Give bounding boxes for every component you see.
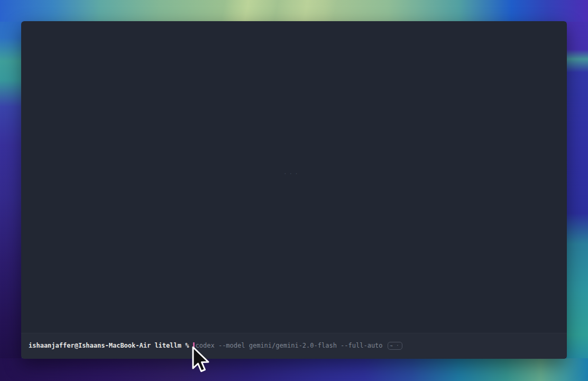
terminal-window[interactable]: ··· ishaanjaffer@Ishaans-MacBook-Air lit… [21, 21, 567, 359]
desktop: ··· ishaanjaffer@Ishaans-MacBook-Air lit… [0, 0, 588, 381]
shell-prompt[interactable]: ishaanjaffer@Ishaans-MacBook-Air litellm… [29, 342, 402, 350]
wallpaper-top-edge [0, 0, 588, 22]
prompt-symbol: % [185, 342, 189, 350]
text-caret [193, 342, 195, 349]
wallpaper-right-edge [566, 0, 588, 381]
terminal-output-area[interactable]: ··· [21, 21, 567, 333]
prompt-user-host: ishaanjaffer@Ishaans-MacBook-Air [29, 342, 151, 350]
wallpaper-bottom-edge [0, 358, 588, 381]
prompt-directory: litellm [154, 342, 181, 350]
command-suggestion-text: codex --model gemini/gemini-2.0-flash --… [196, 342, 383, 350]
command-input[interactable]: codex --model gemini/gemini-2.0-flash --… [193, 342, 383, 350]
wallpaper-left-edge [0, 0, 22, 381]
terminal-center-ellipsis: ··· [283, 170, 300, 177]
terminal-prompt-bar: ishaanjaffer@Ishaans-MacBook-Air litellm… [21, 333, 567, 359]
suggestion-hint-badge: → · [388, 342, 402, 350]
